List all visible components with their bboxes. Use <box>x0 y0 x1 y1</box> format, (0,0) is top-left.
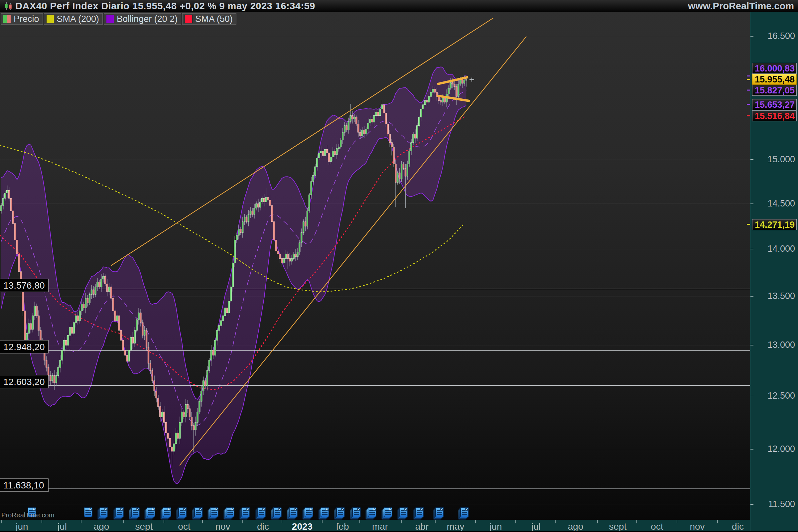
news-icon[interactable] <box>303 507 313 519</box>
price-tick-label: 12.500 <box>767 391 795 401</box>
news-icon[interactable] <box>334 507 344 519</box>
news-icon[interactable] <box>458 507 469 519</box>
month-label-abr: abr <box>415 521 429 532</box>
news-icon[interactable] <box>271 507 281 519</box>
month-tick <box>677 520 677 524</box>
news-icon[interactable] <box>382 507 392 519</box>
indicator-swatch-icon <box>106 15 114 23</box>
month-label-sept: sept <box>609 521 627 532</box>
month-label-may: may <box>447 521 464 532</box>
news-icon[interactable] <box>129 507 139 519</box>
level-label: 11.638,10 <box>0 478 49 492</box>
news-icon[interactable] <box>208 507 218 519</box>
news-icon[interactable] <box>366 507 376 519</box>
news-icon[interactable] <box>160 507 171 519</box>
month-label-jul: jul <box>531 521 540 532</box>
news-icon[interactable] <box>413 507 424 519</box>
price-tick <box>750 249 754 249</box>
price-marker-bollinger: 16.000,83 <box>752 63 797 74</box>
chart-canvas[interactable] <box>0 0 798 532</box>
price-tick <box>750 159 754 160</box>
news-icon[interactable] <box>287 507 297 519</box>
price-tick <box>750 296 754 297</box>
news-icon[interactable] <box>224 507 234 519</box>
month-tick <box>515 520 516 524</box>
news-icon[interactable] <box>145 507 155 519</box>
news-icon[interactable] <box>255 507 266 519</box>
legend-item-sma-50-[interactable]: SMA (50) <box>182 13 236 25</box>
indicator-swatch-icon <box>185 15 192 23</box>
news-icon[interactable] <box>433 507 443 519</box>
month-tick <box>475 520 476 524</box>
month-label-feb: feb <box>336 521 349 532</box>
news-icon[interactable] <box>176 507 187 519</box>
price-tick-label: 12.000 <box>767 444 795 454</box>
month-label-jun: jun <box>16 521 28 532</box>
month-tick <box>717 520 718 524</box>
legend-label: Precio <box>14 14 39 24</box>
news-icon[interactable] <box>113 507 124 519</box>
candlestick-icon <box>4 2 13 10</box>
news-icon[interactable] <box>84 507 92 517</box>
level-label: 12.603,20 <box>0 375 49 388</box>
month-label-nov: nov <box>690 521 705 532</box>
news-icon[interactable] <box>192 507 203 519</box>
month-label-jun: jun <box>490 521 502 532</box>
legend-item-bollinger-20-2-[interactable]: Bollinger (20 2) <box>104 13 181 25</box>
price-tick-label: 14.000 <box>767 244 795 254</box>
month-tick <box>124 520 124 524</box>
news-icon[interactable] <box>97 507 108 519</box>
month-label-jul: jul <box>58 521 67 532</box>
news-icon[interactable] <box>350 507 360 519</box>
month-tick <box>242 520 243 524</box>
month-tick <box>1 520 2 524</box>
price-tick-label: 13.000 <box>767 340 795 350</box>
news-icon[interactable] <box>397 507 407 519</box>
month-tick <box>636 520 637 524</box>
month-label-ago: ago <box>94 521 109 532</box>
news-icon[interactable] <box>319 507 329 519</box>
legend-item-sma-200-[interactable]: SMA (200) <box>44 13 103 25</box>
bollinger-band <box>1 67 466 483</box>
header-bar: DAX40 Perf Index Diario 15.955,48 +0,02 … <box>0 0 798 12</box>
price-marker-sma50: 15.516,84 <box>752 110 797 121</box>
news-icons-row[interactable] <box>28 507 469 519</box>
price-swatch-icon <box>3 15 11 23</box>
level-label: 13.576,80 <box>0 279 49 292</box>
month-label-mar: mar <box>372 521 388 532</box>
price-tick-label: 13.500 <box>767 291 795 301</box>
price-marker-bollinger: 15.653,27 <box>752 99 797 110</box>
month-label-oct: oct <box>178 521 190 532</box>
month-tick <box>322 520 323 524</box>
price-axis[interactable]: 16.50015.00014.50014.00013.50013.00012.5… <box>750 12 798 532</box>
trendline[interactable] <box>179 37 526 466</box>
level-label: 12.948,20 <box>0 340 49 354</box>
indicator-swatch-icon <box>46 15 54 23</box>
price-tick <box>750 396 754 396</box>
price-tick-label: 14.500 <box>767 198 795 209</box>
watermark: ProRealTime.com <box>1 511 54 519</box>
news-icon[interactable] <box>240 507 250 519</box>
gridlines <box>0 36 750 505</box>
price-marker-bollinger: 15.827,05 <box>752 85 797 96</box>
legend-item-precio[interactable]: Precio <box>1 13 43 25</box>
price-tick <box>750 204 754 204</box>
price-tick-label: 15.000 <box>767 154 795 165</box>
price-tick <box>750 504 754 505</box>
time-axis[interactable]: junjulagoseptoctnovdic2023febmarabrmayju… <box>0 520 750 531</box>
price-tick <box>750 449 754 450</box>
month-tick <box>164 520 164 524</box>
price-tick-label: 16.500 <box>767 31 795 41</box>
prorealtime-window: DAX40 Perf Index Diario 15.955,48 +0,02 … <box>0 0 798 532</box>
month-tick <box>597 520 598 524</box>
prorealtime-url: www.ProRealTime.com <box>688 1 794 12</box>
legend-label: SMA (200) <box>57 14 99 24</box>
month-label-nov: nov <box>215 521 230 532</box>
chart-title: DAX40 Perf Index Diario 15.955,48 +0,02 … <box>15 1 315 12</box>
month-tick <box>202 520 203 524</box>
month-tick <box>81 520 81 524</box>
month-tick <box>555 520 556 524</box>
price-marker-sma200: 14.271,19 <box>752 219 797 230</box>
price-tick-label: 11.500 <box>768 499 795 509</box>
month-label-sept: sept <box>135 521 153 532</box>
